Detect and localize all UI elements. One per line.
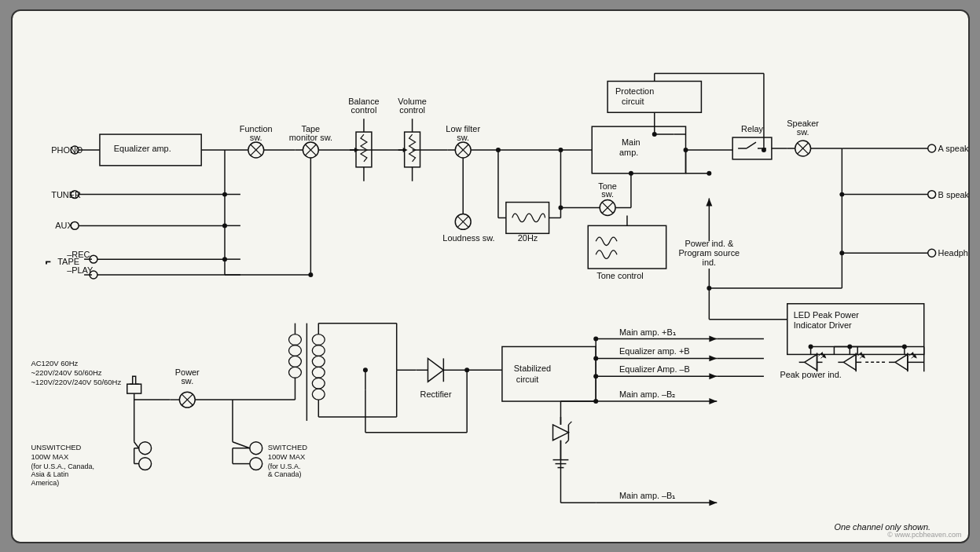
program-source-label: Program source <box>678 248 740 258</box>
copyright: © www.pcbheaven.com <box>887 531 961 539</box>
stabilized-label2: circuit <box>516 375 538 384</box>
unswitched-label3: (for U.S.A., Canada, <box>31 462 94 470</box>
eq-amp-neg-b-label: Equalizer Amp. –B <box>619 364 690 374</box>
main-amp-b1-pos-label: Main amp. +B₁ <box>619 327 676 336</box>
power-sw-label2: sw. <box>181 376 193 386</box>
svg-point-120 <box>707 285 711 290</box>
svg-point-22 <box>222 257 227 261</box>
switched-label2: 100W MAX <box>267 451 305 460</box>
20hz-label: 20Hz <box>517 233 538 243</box>
diagram-container: PHONO TUNER AUX TAPE ⌐ –REC –PLAY Equali… <box>11 9 970 543</box>
svg-point-71 <box>628 170 633 175</box>
switched-label4: & Canada) <box>267 470 301 478</box>
svg-rect-0 <box>13 11 967 542</box>
loudness-sw-label: Loudness sw. <box>442 233 494 243</box>
svg-point-104 <box>558 205 563 210</box>
function-sw-label2: sw. <box>249 133 262 142</box>
main-amp-label: Main <box>622 137 640 146</box>
ac-voltage-label2: ~220V/240V 50/60Hz <box>31 368 101 377</box>
low-filter-label2: sw. <box>457 133 469 142</box>
svg-point-216 <box>593 356 598 360</box>
ind-label: ind. <box>702 258 716 267</box>
svg-point-93 <box>839 192 844 196</box>
rectifier-label: Rectifier <box>420 389 451 399</box>
tone-sw-label2: sw. <box>601 188 614 198</box>
aux-label: AUX <box>55 221 73 230</box>
svg-point-116 <box>839 250 844 255</box>
balance-control-label2: control <box>351 105 376 115</box>
unswitched-label: UNSWITCHED <box>31 442 81 451</box>
main-amp-b1-neg-label: Main amp. –B₁ <box>619 491 675 500</box>
ac-voltage-label: AC120V 60Hz <box>31 359 78 367</box>
svg-point-112 <box>683 147 688 152</box>
unswitched-label5: America) <box>31 479 59 487</box>
speaker-sw-label2: sw. <box>796 127 809 137</box>
svg-point-239 <box>761 147 765 152</box>
svg-point-100 <box>495 147 500 152</box>
protection-circuit-label: Protection <box>615 86 654 96</box>
main-amp-label2: amp. <box>619 147 638 156</box>
unswitched-label4: Asia & Latin <box>31 470 68 478</box>
svg-point-215 <box>593 336 598 341</box>
switched-label: SWITCHED <box>267 442 307 451</box>
volume-control-label2: control <box>399 105 425 115</box>
tape-monitor-label2: monitor sw. <box>288 133 332 142</box>
stabilized-label: Stabilized <box>513 364 550 373</box>
peak-power-ind-label: Peak power ind. <box>780 370 841 379</box>
led-peak-label: LED Peak Power <box>793 309 859 319</box>
svg-point-20 <box>222 192 227 196</box>
a-speaker-label: A speaker <box>938 143 967 152</box>
b-speaker-label: B speaker <box>938 189 967 199</box>
equalizer-amp-label: Equalizer amp. <box>113 143 171 152</box>
tone-control-label: Tone control <box>596 270 643 280</box>
rec-bracket: ⌐ <box>46 257 50 266</box>
switched-label3: (for U.S.A. <box>267 462 300 470</box>
eq-amp-pos-b-label: Equalizer amp. +B <box>619 346 690 356</box>
phono-label: PHONO <box>51 144 83 154</box>
led-peak-label2: Indicator Driver <box>793 320 851 329</box>
relay-label: Relay <box>741 124 763 133</box>
tuner-label: TUNER <box>51 189 81 199</box>
unswitched-label2: 100W MAX <box>31 451 68 460</box>
svg-point-21 <box>222 223 227 228</box>
svg-point-217 <box>593 374 598 378</box>
rec-label: –REC <box>67 250 90 259</box>
svg-point-193 <box>362 367 367 372</box>
ac-voltage-label3: ~120V/220V/240V 50/60Hz <box>31 378 121 386</box>
headphone-label: Headphone <box>938 248 967 258</box>
main-amp-b2-neg-label: Main amp. –B₂ <box>619 389 675 399</box>
protection-circuit-label2: circuit <box>622 97 644 106</box>
